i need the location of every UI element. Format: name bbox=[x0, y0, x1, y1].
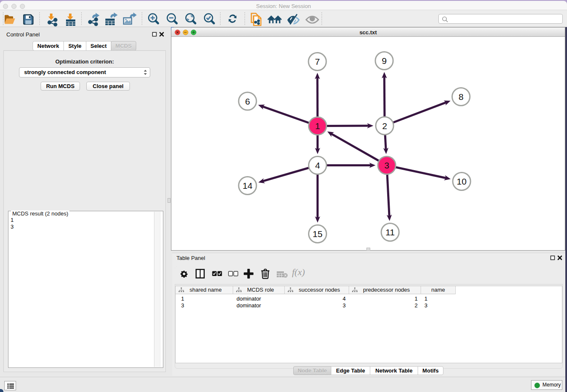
svg-text:1: 1 bbox=[315, 121, 320, 131]
svg-text:6: 6 bbox=[245, 97, 250, 106]
svg-text:7: 7 bbox=[315, 57, 320, 66]
svg-text:4: 4 bbox=[315, 160, 320, 170]
svg-text:15: 15 bbox=[313, 229, 322, 239]
svg-text:10: 10 bbox=[457, 177, 466, 186]
svg-text:9: 9 bbox=[382, 56, 387, 66]
svg-text:3: 3 bbox=[384, 160, 389, 170]
svg-text:14: 14 bbox=[242, 181, 253, 190]
svg-text:8: 8 bbox=[459, 92, 464, 102]
svg-text:11: 11 bbox=[385, 227, 395, 237]
svg-text:2: 2 bbox=[382, 121, 387, 131]
